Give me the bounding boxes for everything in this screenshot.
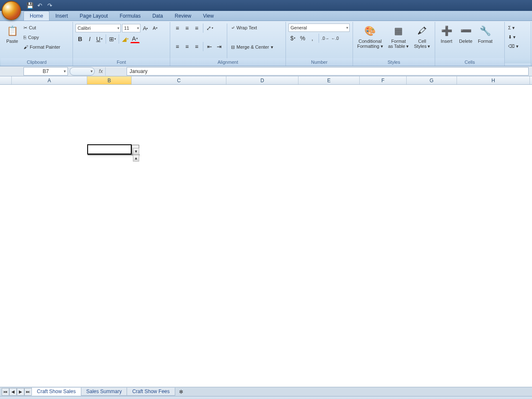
- qat-redo-icon[interactable]: ↷: [46, 2, 54, 9]
- align-middle-button[interactable]: ≡: [182, 23, 192, 33]
- bold-button[interactable]: B: [75, 34, 85, 44]
- delete-cells-button[interactable]: ➖Delete: [457, 23, 475, 44]
- italic-button[interactable]: I: [85, 34, 94, 44]
- decrease-indent-button[interactable]: ⇤: [205, 42, 214, 51]
- sheet-nav-first[interactable]: ⏮: [2, 388, 9, 396]
- tab-formulas[interactable]: Formulas: [114, 11, 146, 21]
- insert-sheet-button[interactable]: ✻: [176, 388, 186, 396]
- ribbon: 📋 Paste ✂Cut ⎘Copy 🖌Format Painter Clipb…: [0, 21, 532, 66]
- number-format-combo[interactable]: General: [288, 23, 350, 32]
- format-painter-button[interactable]: 🖌Format Painter: [23, 43, 61, 51]
- tab-page-layout[interactable]: Page Layout: [74, 11, 114, 21]
- cells-group-label: Cells: [435, 58, 504, 66]
- cut-icon: ✂: [23, 25, 27, 31]
- brush-icon: 🖌: [23, 44, 28, 50]
- tab-view[interactable]: View: [197, 11, 220, 21]
- col-header-d[interactable]: D: [226, 76, 298, 84]
- font-size-combo[interactable]: 11: [122, 24, 140, 32]
- font-group-label: Font: [73, 58, 170, 66]
- active-cell-border: [87, 144, 132, 154]
- sheet-tab-craft-show-sales[interactable]: Craft Show Sales: [31, 388, 81, 396]
- merge-icon: ⊟: [231, 44, 235, 50]
- name-box[interactable]: B7: [23, 67, 68, 76]
- validation-dropdown-list[interactable]: ▲ ▼: [88, 154, 140, 155]
- paste-button[interactable]: 📋 Paste: [3, 23, 21, 44]
- office-button[interactable]: [2, 1, 21, 20]
- worksheet-grid[interactable]: A B C D E F G H ▼ ▲ ▼: [0, 76, 532, 387]
- sheet-nav-next[interactable]: ▶: [17, 388, 24, 396]
- format-icon: 🔧: [478, 24, 492, 38]
- col-header-e[interactable]: E: [298, 76, 360, 84]
- percent-button[interactable]: %: [298, 34, 307, 43]
- insert-cells-button[interactable]: ➕Insert: [438, 23, 455, 44]
- insert-label: Insert: [441, 39, 452, 44]
- cell-styles-label: CellStyles ▾: [414, 39, 430, 49]
- tab-data[interactable]: Data: [146, 11, 169, 21]
- sheet-tab-sales-summary[interactable]: Sales Summary: [81, 388, 127, 396]
- currency-button[interactable]: $: [288, 34, 298, 43]
- increase-indent-button[interactable]: ⇥: [215, 42, 224, 51]
- col-header-g[interactable]: G: [407, 76, 457, 84]
- grow-font-button[interactable]: A▴: [141, 23, 150, 33]
- clear-button[interactable]: ⌫ ▾: [507, 42, 519, 50]
- fx-button[interactable]: fx: [96, 67, 106, 76]
- tab-insert[interactable]: Insert: [49, 11, 74, 21]
- align-top-button[interactable]: ≡: [173, 23, 182, 33]
- conditional-formatting-button[interactable]: 🎨ConditionalFormatting ▾: [356, 23, 385, 50]
- delete-label: Delete: [459, 39, 472, 44]
- align-bottom-button[interactable]: ≡: [192, 23, 201, 33]
- wrap-text-button[interactable]: ⤶Wrap Text: [230, 23, 274, 32]
- autosum-button[interactable]: Σ ▾: [507, 23, 516, 32]
- ribbon-tabs: Home Insert Page Layout Formulas Data Re…: [0, 11, 532, 21]
- format-as-table-button[interactable]: ▦Formatas Table ▾: [387, 23, 411, 50]
- copy-button[interactable]: ⎘Copy: [23, 33, 61, 42]
- formula-bar: B7 fx January: [0, 66, 532, 76]
- col-header-c[interactable]: C: [132, 76, 226, 84]
- clipboard-group-label: Clipboard: [1, 58, 73, 66]
- insert-icon: ➕: [440, 24, 453, 38]
- wrap-label: Wrap Text: [236, 25, 257, 30]
- qat-undo-icon[interactable]: ↶: [36, 2, 44, 9]
- align-center-button[interactable]: ≡: [182, 42, 192, 51]
- decrease-decimal-button[interactable]: ←.0: [330, 34, 340, 43]
- sheet-tab-bar: ⏮ ◀ ▶ ⏭ Craft Show Sales Sales Summary C…: [0, 387, 532, 396]
- sheet-tab-craft-show-fees[interactable]: Craft Show Fees: [127, 388, 175, 396]
- status-bar: Ready: [0, 396, 532, 399]
- scroll-down-icon[interactable]: ▼: [133, 148, 139, 155]
- cut-button[interactable]: ✂Cut: [23, 23, 61, 32]
- cell-styles-button[interactable]: 🖍CellStyles ▾: [412, 23, 432, 50]
- orientation-button[interactable]: ⤢: [205, 23, 214, 33]
- font-name-combo[interactable]: Calibri: [75, 24, 121, 32]
- cond-format-icon: 🎨: [363, 24, 377, 38]
- font-color-button[interactable]: A: [130, 35, 140, 43]
- comma-button[interactable]: ,: [308, 34, 317, 43]
- sheet-nav-last[interactable]: ⏭: [24, 388, 32, 396]
- format-cells-button[interactable]: 🔧Format: [476, 23, 494, 44]
- formula-input[interactable]: January: [127, 67, 529, 76]
- select-all-corner[interactable]: [0, 76, 12, 84]
- merge-center-button[interactable]: ⊟Merge & Center ▾: [230, 43, 274, 51]
- table-icon: ▦: [392, 24, 405, 38]
- editing-group-label: [505, 63, 531, 66]
- qat-save-icon[interactable]: 💾: [26, 2, 34, 9]
- increase-decimal-button[interactable]: .0→: [321, 34, 330, 43]
- tab-home[interactable]: Home: [23, 11, 49, 21]
- fill-button[interactable]: ⬇ ▾: [507, 33, 516, 41]
- align-right-button[interactable]: ≡: [192, 42, 201, 51]
- col-header-a[interactable]: A: [12, 76, 87, 84]
- scroll-up-icon[interactable]: ▲: [133, 155, 139, 162]
- underline-button[interactable]: U: [95, 34, 104, 44]
- borders-button[interactable]: ⊞: [108, 34, 117, 44]
- tab-review[interactable]: Review: [169, 11, 197, 21]
- align-left-button[interactable]: ≡: [173, 42, 182, 51]
- fill-color-button[interactable]: ◢: [121, 34, 130, 44]
- col-header-b[interactable]: B: [87, 76, 132, 84]
- sheet-nav-prev[interactable]: ◀: [9, 388, 17, 396]
- col-header-h[interactable]: H: [457, 76, 530, 84]
- cond-label: ConditionalFormatting ▾: [357, 39, 383, 49]
- painter-label: Format Painter: [30, 44, 60, 50]
- titlebar: 💾 ↶ ↷: [0, 0, 532, 11]
- table-label: Formatas Table ▾: [388, 39, 409, 49]
- shrink-font-button[interactable]: A▾: [151, 23, 160, 33]
- col-header-f[interactable]: F: [360, 76, 407, 84]
